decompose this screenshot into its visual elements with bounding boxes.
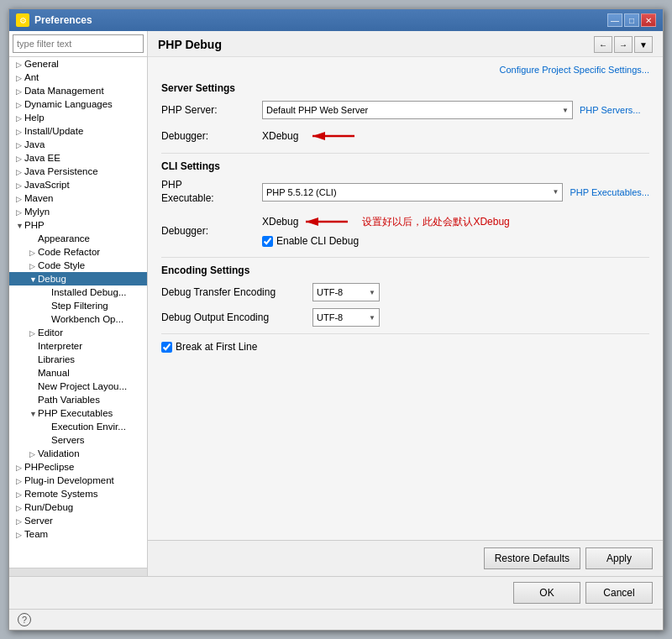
sidebar: ▷ General▷ Ant▷ Data Management▷ Dynamic… (9, 31, 148, 576)
tree-item-php-path-variables[interactable]: Path Variables (9, 393, 147, 406)
break-first-line-checkbox[interactable] (161, 342, 172, 353)
tree-arrow-php-appearance (29, 235, 38, 244)
server-dropdown-value: Default PHP Web Server (266, 105, 368, 115)
page-title: PHP Debug (158, 38, 222, 51)
filter-input[interactable] (13, 34, 144, 53)
help-icon[interactable]: ? (18, 613, 31, 626)
tree-arrow-php-libraries (29, 356, 38, 364)
output-control: UTF-8 ▼ (312, 308, 649, 327)
tree-item-mylyn[interactable]: ▷ Mylyn (9, 205, 147, 218)
section-divider-1 (161, 153, 649, 154)
tree-item-php-appearance[interactable]: Appearance (9, 232, 147, 245)
tree-item-ant[interactable]: ▷ Ant (9, 71, 147, 84)
tree-label-php: PHP (24, 220, 45, 230)
tree-item-php-executables[interactable]: ▼ PHP Executables (9, 406, 147, 420)
transfer-control: UTF-8 ▼ (312, 283, 649, 301)
apply-button[interactable]: Apply (585, 547, 653, 569)
tree-item-javascript[interactable]: ▷ JavaScript (9, 178, 147, 191)
toolbar-dropdown-button[interactable]: ▼ (634, 36, 653, 53)
minimize-button[interactable]: — (607, 13, 622, 27)
tree-label-php-path-variables: Path Variables (38, 395, 100, 405)
cli-debugger-label: Debugger: (161, 225, 262, 237)
tree-label-data-management: Data Management (24, 86, 104, 96)
tree-arrow-php-debug: ▼ (29, 275, 38, 284)
tree-item-data-management[interactable]: ▷ Data Management (9, 84, 147, 97)
search-box[interactable] (9, 31, 147, 57)
sidebar-scrollbar[interactable] (9, 568, 147, 576)
tree-arrow-maven: ▷ (16, 195, 24, 203)
tree-arrow-php-code-refactor: ▷ (29, 249, 38, 257)
tree-item-team[interactable]: ▷ Team (9, 527, 147, 541)
tree-item-run-debug[interactable]: ▷ Run/Debug (9, 500, 147, 514)
tree-item-php-editor[interactable]: ▷ Editor (9, 326, 147, 339)
maximize-button[interactable]: □ (624, 13, 639, 27)
tree-arrow-php-new-project (29, 383, 38, 391)
tree-arrow-server: ▷ (16, 517, 24, 526)
tree-label-php-editor: Editor (38, 327, 63, 338)
tree-item-maven[interactable]: ▷ Maven (9, 191, 147, 205)
tree-arrow-php-debug-step (43, 302, 51, 311)
forward-button[interactable]: → (614, 36, 633, 53)
output-dropdown[interactable]: UTF-8 ▼ (312, 308, 380, 327)
tree-item-php-new-project[interactable]: New Project Layou... (9, 380, 147, 393)
close-button[interactable]: ✕ (641, 13, 656, 27)
tree-item-dynamic-languages[interactable]: ▷ Dynamic Languages (9, 97, 147, 111)
help-bar: ? (9, 609, 663, 630)
tree-item-php-debug-installed[interactable]: Installed Debug... (9, 285, 147, 299)
cli-link[interactable]: PHP Executables... (570, 187, 649, 197)
tree-arrow-ant: ▷ (16, 74, 24, 82)
tree-item-php-manual[interactable]: Manual (9, 366, 147, 380)
configure-link-row: Configure Project Specific Settings... (161, 64, 649, 76)
ok-button[interactable]: OK (513, 582, 580, 604)
tree-label-php-exec-servers: Servers (51, 435, 85, 445)
toolbar: ← → ▼ (594, 36, 653, 53)
tree-item-php-exec-servers[interactable]: Servers (9, 433, 147, 447)
server-dropdown[interactable]: Default PHP Web Server ▼ (262, 101, 573, 119)
tree-item-install-update[interactable]: ▷ Install/Update (9, 124, 147, 138)
tree-arrow-install-update: ▷ (16, 128, 24, 136)
tree-item-php-exec-env[interactable]: Execution Envir... (9, 420, 147, 433)
tree-arrow-php-exec-env (43, 423, 51, 432)
cancel-button[interactable]: Cancel (585, 582, 653, 604)
tree-label-php-interpreter: Interpreter (38, 341, 82, 351)
tree-item-plug-in-dev[interactable]: ▷ Plug-in Development (9, 474, 147, 487)
tree-label-php-code-style: Code Style (38, 260, 85, 270)
dialog-title: Preferences (34, 14, 92, 26)
tree-arrow-php: ▼ (16, 222, 24, 230)
tree-label-php-debug-workbench: Workbench Op... (51, 314, 123, 324)
tree-item-php-code-style[interactable]: ▷ Code Style (9, 259, 147, 272)
tree-arrow-team: ▷ (16, 531, 24, 539)
tree-arrow-general: ▷ (16, 60, 24, 69)
ok-cancel-bar: OK Cancel (9, 576, 663, 609)
transfer-dropdown[interactable]: UTF-8 ▼ (312, 283, 380, 301)
server-link[interactable]: PHP Servers... (580, 105, 641, 115)
tree-item-help[interactable]: ▷ Help (9, 111, 147, 124)
dialog-icon: ⚙ (16, 13, 29, 27)
enable-cli-checkbox[interactable] (262, 236, 273, 247)
tree-item-php-debug-workbench[interactable]: Workbench Op... (9, 312, 147, 326)
tree-item-php-debug-step[interactable]: Step Filtering (9, 299, 147, 312)
tree-item-php-code-refactor[interactable]: ▷ Code Refactor (9, 245, 147, 259)
tree-arrow-phpeclipse: ▷ (16, 464, 24, 472)
tree-item-php[interactable]: ▼ PHP (9, 218, 147, 232)
tree-arrow-run-debug: ▷ (16, 504, 24, 512)
tree-item-phpeclipse[interactable]: ▷ PHPeclipse (9, 460, 147, 474)
configure-link[interactable]: Configure Project Specific Settings... (499, 65, 649, 75)
tree-item-php-validation[interactable]: ▷ Validation (9, 447, 147, 460)
cli-debugger-value: XDebug (262, 216, 298, 228)
output-encoding-row: Debug Output Encoding UTF-8 ▼ (161, 308, 649, 327)
tree-arrow-remote-systems: ▷ (16, 490, 24, 499)
cli-dropdown[interactable]: PHP 5.5.12 (CLI) ▼ (262, 183, 563, 202)
tree-item-java-persistence[interactable]: ▷ Java Persistence (9, 165, 147, 178)
restore-defaults-button[interactable]: Restore Defaults (484, 547, 580, 569)
tree-item-php-libraries[interactable]: Libraries (9, 353, 147, 366)
back-button[interactable]: ← (594, 36, 612, 53)
tree-arrow-data-management: ▷ (16, 87, 24, 96)
tree-item-java[interactable]: ▷ Java (9, 138, 147, 151)
tree-item-remote-systems[interactable]: ▷ Remote Systems (9, 487, 147, 500)
tree-item-server[interactable]: ▷ Server (9, 514, 147, 527)
tree-item-general[interactable]: ▷ General (9, 57, 147, 71)
tree-item-php-interpreter[interactable]: Interpreter (9, 339, 147, 353)
tree-item-php-debug[interactable]: ▼ Debug (9, 272, 147, 285)
tree-item-java-ee[interactable]: ▷ Java EE (9, 151, 147, 165)
